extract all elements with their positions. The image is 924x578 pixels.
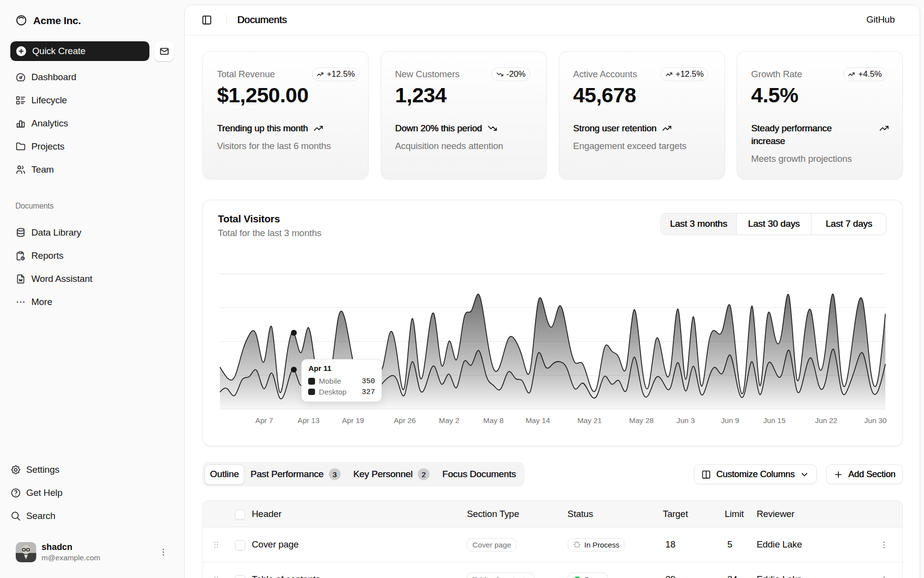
svg-text:May 2: May 2 [439, 416, 460, 425]
svg-text:May 28: May 28 [629, 416, 654, 425]
svg-text:Jun 30: Jun 30 [865, 416, 887, 425]
svg-text:Apr 26: Apr 26 [394, 416, 416, 425]
svg-text:Jun 22: Jun 22 [815, 416, 838, 425]
svg-text:Jun 9: Jun 9 [721, 416, 739, 425]
svg-text:Jun 3: Jun 3 [677, 416, 695, 425]
svg-text:Apr 13: Apr 13 [298, 416, 320, 425]
svg-text:May 21: May 21 [578, 416, 602, 425]
svg-text:Jun 15: Jun 15 [763, 416, 786, 425]
svg-text:Apr 7: Apr 7 [256, 416, 273, 425]
svg-text:May 14: May 14 [526, 416, 550, 425]
svg-text:May 8: May 8 [484, 416, 504, 425]
svg-text:Apr 19: Apr 19 [342, 416, 364, 425]
